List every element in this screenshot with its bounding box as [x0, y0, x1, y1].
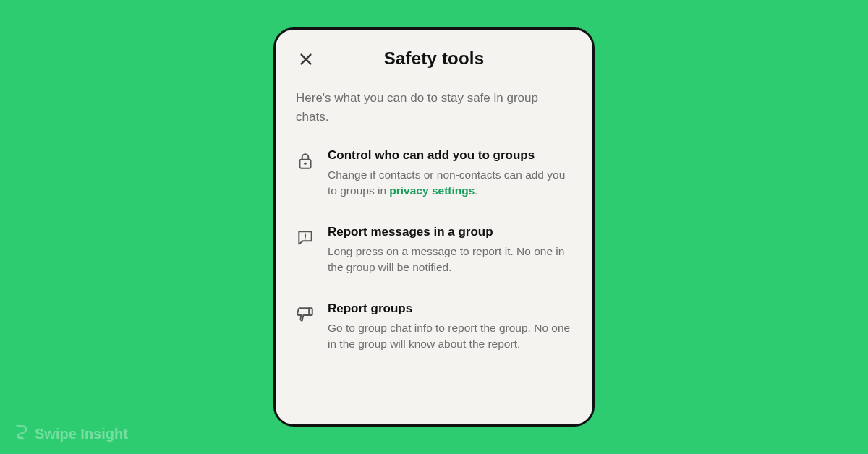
report-message-icon [296, 228, 315, 247]
card-title: Safety tools [296, 48, 572, 69]
watermark: Swipe Insight [13, 424, 128, 444]
card-intro: Here's what you can do to stay safe in g… [296, 89, 572, 126]
svg-rect-6 [309, 308, 312, 315]
item-report-groups: Report groups Go to group chat info to r… [296, 301, 572, 353]
card-header: Safety tools [296, 48, 572, 73]
watermark-text: Swipe Insight [35, 426, 128, 442]
close-icon [298, 51, 314, 69]
item-title: Report messages in a group [328, 224, 572, 241]
privacy-settings-link[interactable]: privacy settings [389, 184, 475, 197]
item-desc: Long press on a message to report it. No… [328, 244, 572, 276]
svg-point-5 [305, 238, 306, 239]
svg-point-3 [304, 163, 306, 165]
item-desc: Change if contacts or non-contacts can a… [328, 167, 572, 200]
item-report-messages: Report messages in a group Long press on… [296, 224, 572, 276]
item-control-groups: Control who can add you to groups Change… [296, 147, 572, 200]
safety-tools-card: Safety tools Here's what you can do to s… [273, 27, 595, 427]
lock-icon [296, 152, 315, 171]
item-title: Report groups [328, 301, 572, 317]
item-title: Control who can add you to groups [328, 147, 572, 164]
thumbs-down-icon [296, 305, 315, 324]
swipe-insight-logo-icon [13, 424, 29, 444]
close-button[interactable] [296, 50, 316, 70]
item-desc: Go to group chat info to report the grou… [328, 320, 572, 353]
item-desc-after: . [475, 184, 477, 197]
